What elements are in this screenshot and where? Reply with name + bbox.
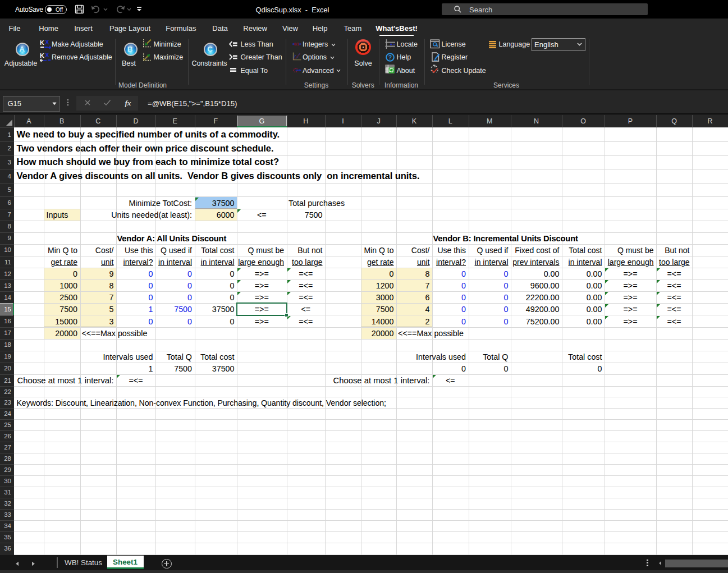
svg-text:?: ? [388,54,392,61]
svg-text:0/1: 0/1 [294,42,299,46]
